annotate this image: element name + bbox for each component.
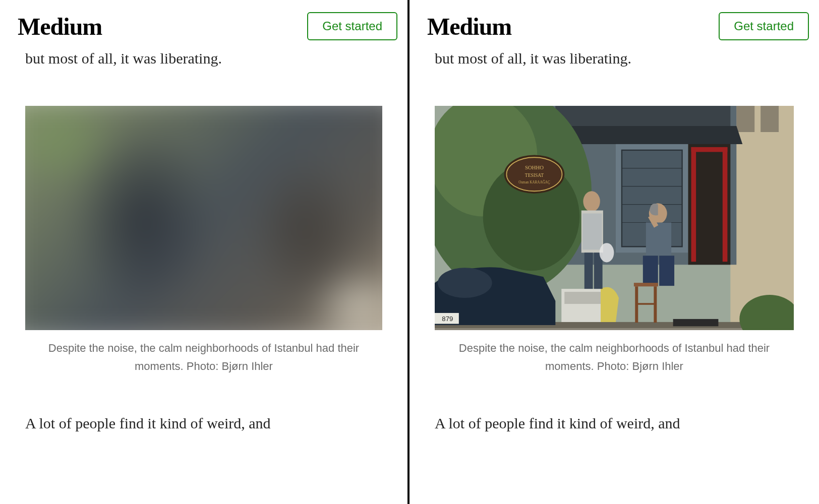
svg-rect-5 — [555, 106, 730, 126]
svg-rect-2 — [736, 106, 754, 132]
street-photo-icon: SOHHO TESISAT Osman KARAAĞAÇ 879 — [435, 106, 794, 330]
article-image-blurred — [25, 106, 382, 330]
text-line: it was liberating. — [530, 50, 631, 67]
svg-text:TESISAT: TESISAT — [525, 172, 544, 177]
svg-text:SOHHO: SOHHO — [525, 164, 544, 170]
site-header: Medium Get started — [18, 6, 397, 46]
svg-text:Osman KARAAĞAÇ: Osman KARAAĞAÇ — [518, 179, 550, 184]
svg-rect-40 — [643, 256, 658, 286]
article-paragraph-bottom: A lot of people find it kind of weird, a… — [25, 412, 382, 435]
svg-text:879: 879 — [442, 314, 453, 322]
medium-logo[interactable]: Medium — [427, 13, 511, 40]
image-caption: Despite the noise, the calm neighborhood… — [25, 339, 382, 376]
get-started-button[interactable]: Get started — [719, 12, 809, 40]
comparison-panel-right: Medium Get started cities all my life, I… — [410, 0, 819, 504]
article-content: cities all my life, I decided to buy a s… — [25, 0, 382, 435]
article-figure: SOHHO TESISAT Osman KARAAĞAÇ 879 — [435, 106, 794, 376]
svg-rect-39 — [646, 222, 671, 256]
get-started-button[interactable]: Get started — [307, 12, 397, 40]
svg-point-27 — [438, 268, 492, 298]
svg-rect-14 — [691, 147, 696, 261]
svg-point-37 — [600, 243, 614, 262]
svg-rect-35 — [584, 253, 593, 289]
comparison-panel-left: Medium Get started cities all my life, I… — [0, 0, 410, 504]
svg-point-32 — [583, 191, 600, 212]
svg-rect-31 — [564, 292, 601, 304]
text-line: it was liberating. — [121, 50, 222, 67]
svg-rect-15 — [723, 147, 728, 261]
svg-rect-41 — [659, 256, 674, 286]
article-image-sharp: SOHHO TESISAT Osman KARAAĞAÇ 879 — [435, 106, 794, 330]
article-content: cities all my life, I decided to buy a s… — [435, 0, 794, 435]
medium-logo[interactable]: Medium — [18, 13, 102, 40]
image-caption: Despite the noise, the calm neighborhood… — [435, 339, 794, 376]
article-paragraph-bottom: A lot of people find it kind of weird, a… — [435, 412, 794, 435]
site-header: Medium Get started — [427, 6, 809, 46]
article-figure: Despite the noise, the calm neighborhood… — [25, 106, 382, 376]
svg-rect-16 — [691, 147, 728, 152]
svg-rect-3 — [760, 106, 779, 132]
svg-rect-47 — [673, 319, 719, 326]
svg-rect-43 — [634, 283, 658, 286]
svg-rect-34 — [582, 213, 602, 249]
